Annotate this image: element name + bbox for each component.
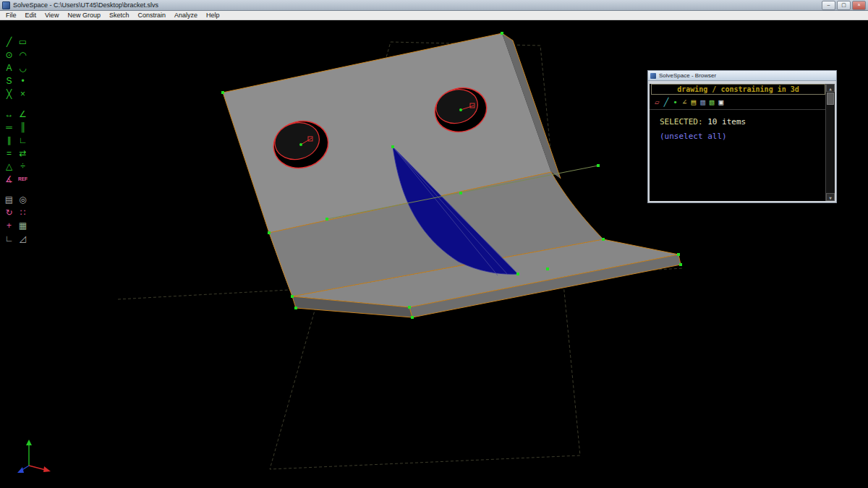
sketch-toolbar: ╱▭⊙◠A◡S•╳×↔∠═║∥∟=⇄△÷∡REF▤◎↻∷+▦∟◿ (2, 36, 30, 244)
selection-point[interactable] (411, 316, 414, 319)
sketch-in-plane-tool[interactable]: ∟ (2, 233, 16, 244)
active-group-header[interactable]: drawing / constraining in 3d (651, 84, 825, 95)
text-tool[interactable]: A (2, 62, 16, 74)
angle-constraint-tool[interactable]: ∠ (16, 108, 30, 120)
distance-constraint-tool[interactable]: ↔ (2, 108, 16, 120)
selection-point[interactable] (679, 263, 682, 266)
selection-point[interactable] (501, 32, 503, 35)
browser-content: drawing / constraining in 3d ▱╱•∠▤▥▧▣ SE… (650, 84, 835, 201)
link-group-tool[interactable]: ▦ (16, 220, 30, 231)
rectangle-tool[interactable]: ▭ (16, 36, 30, 48)
menu-analyze[interactable]: Analyze (170, 11, 202, 20)
midpoint-constraint-tool[interactable]: ÷ (16, 160, 30, 172)
selection-point[interactable] (516, 273, 519, 275)
equal-constraint-tool[interactable]: = (2, 147, 16, 159)
construction-tool[interactable]: ╳ (2, 88, 16, 100)
toolbar-separator (2, 101, 30, 107)
hole-center-point[interactable] (299, 143, 302, 146)
browser-window[interactable]: SolveSpace - Browser drawing / constrain… (647, 70, 837, 203)
browser-app-icon (650, 73, 656, 79)
menu-help[interactable]: Help (202, 11, 224, 20)
minimize-button[interactable]: – (822, 1, 835, 10)
menu-edit[interactable]: Edit (21, 11, 41, 20)
sketch-in-3d-tool[interactable]: ◿ (16, 233, 30, 244)
selection-point[interactable] (291, 295, 294, 298)
scroll-up-button[interactable]: ▲ (826, 84, 835, 92)
extrude-group-icon[interactable]: ▤ (692, 98, 697, 107)
scroll-down-button[interactable]: ▼ (826, 193, 835, 201)
translate-group-icon[interactable]: ▧ (710, 98, 715, 107)
selection-point[interactable] (459, 192, 462, 194)
parallel-constraint-tool[interactable]: ∥ (2, 134, 16, 146)
browser-title-bar[interactable]: SolveSpace - Browser (648, 71, 836, 81)
point-entity-icon[interactable]: • (673, 98, 678, 107)
window-title: SolveSpace - C:\Users\UT45\Desktop\brack… (13, 0, 820, 10)
circle-tool[interactable]: ⊙ (2, 49, 16, 61)
extrude-group-tool[interactable]: ▤ (2, 194, 16, 205)
selection-point[interactable] (602, 238, 605, 241)
menu-new-group[interactable]: New Group (63, 11, 105, 20)
bracket-model[interactable] (223, 33, 681, 317)
menu-bar: FileEditViewNew GroupSketchConstrainAnal… (0, 11, 868, 20)
perpendicular-constraint-tool[interactable]: ∟ (16, 134, 30, 146)
selection-point[interactable] (408, 306, 411, 309)
assemble-group-tool[interactable]: + (2, 220, 16, 231)
line-entity-icon[interactable]: ╱ (664, 98, 669, 107)
angle-entity-icon[interactable]: ∠ (682, 98, 687, 107)
step-translate-group-tool[interactable]: ∷ (16, 207, 30, 218)
toolbar-separator (2, 187, 30, 192)
maximize-button[interactable]: ▢ (837, 1, 851, 10)
horizontal-constraint-tool[interactable]: ═ (2, 121, 16, 133)
selection-point[interactable] (221, 91, 224, 94)
hole-center-point[interactable] (459, 108, 462, 111)
selection-point[interactable] (294, 307, 297, 309)
arc-tool[interactable]: ◠ (16, 49, 30, 61)
menu-sketch[interactable]: Sketch (105, 11, 134, 20)
menu-view[interactable]: View (41, 11, 63, 20)
step-rotate-group-tool[interactable]: ↻ (2, 207, 16, 218)
selection-point[interactable] (546, 267, 549, 270)
vertical-constraint-tool[interactable]: ║ (16, 121, 30, 133)
group-icon-row: ▱╱•∠▤▥▧▣ (650, 95, 825, 110)
browser-title: SolveSpace - Browser (659, 71, 716, 80)
sketch-group-icon[interactable]: ▱ (655, 98, 660, 107)
menu-constrain[interactable]: Constrain (133, 11, 170, 20)
x-axis (29, 466, 46, 470)
bezier-tool[interactable]: S (2, 75, 16, 87)
tangent-arc-tool[interactable]: ◡ (16, 62, 30, 74)
lathe-group-icon[interactable]: ▥ (700, 98, 705, 107)
angle-reference-tool[interactable]: ∡ (2, 174, 16, 185)
unselect-all-link[interactable]: (unselect all) (650, 127, 835, 141)
title-bar: SolveSpace - C:\Users\UT45\Desktop\brack… (0, 0, 868, 11)
selection-point[interactable] (268, 231, 271, 234)
selection-point[interactable] (597, 164, 600, 167)
split-curves-tool[interactable]: × (16, 88, 30, 100)
close-button[interactable]: × (852, 1, 866, 10)
selection-point[interactable] (326, 218, 328, 221)
browser-frame: drawing / constraining in 3d ▱╱•∠▤▥▧▣ SE… (648, 81, 836, 202)
axis-triad (17, 440, 51, 473)
selection-status: SELECTED: 10 items (650, 110, 835, 127)
line-tool[interactable]: ╱ (2, 36, 16, 48)
selection-point[interactable] (677, 253, 680, 256)
selection-point[interactable] (391, 145, 394, 148)
same-orientation-constraint-tool[interactable]: △ (2, 160, 16, 172)
lathe-group-tool[interactable]: ◎ (16, 194, 30, 205)
reference-dimension-tool[interactable]: REF (16, 174, 30, 185)
app-icon (2, 1, 10, 9)
point-tool[interactable]: • (16, 75, 30, 87)
scroll-thumb[interactable] (827, 93, 834, 105)
selected-label: SELECTED: (660, 117, 703, 127)
active-group-icon[interactable]: ▣ (718, 98, 723, 107)
browser-scrollbar[interactable]: ▲ ▼ (825, 84, 835, 201)
menu-file[interactable]: File (1, 11, 21, 20)
symmetric-constraint-tool[interactable]: ⇄ (16, 147, 30, 159)
selected-count: 10 items (707, 117, 746, 127)
